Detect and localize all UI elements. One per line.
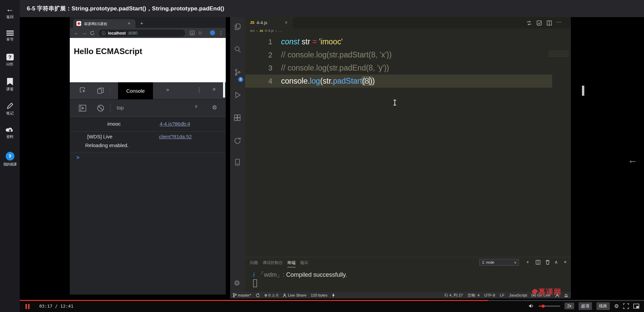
- sidebar-item-qa[interactable]: ? 问答: [0, 54, 20, 67]
- line-button[interactable]: 线路: [596, 302, 610, 310]
- speed-button[interactable]: 2x: [565, 303, 574, 309]
- code-line[interactable]: 1const str = 'imooc': [245, 35, 557, 48]
- notifications-item[interactable]: [564, 293, 568, 298]
- theater-mode-icon[interactable]: [633, 304, 639, 309]
- git-branch-item[interactable]: master*: [233, 293, 251, 298]
- inspect-element-icon[interactable]: [79, 87, 87, 95]
- live-share-icon[interactable]: [233, 137, 242, 145]
- sidebar-item-notes[interactable]: 笔记: [0, 102, 20, 116]
- devtools-close-icon[interactable]: ×: [212, 86, 216, 93]
- tab-close-icon[interactable]: ×: [128, 21, 130, 26]
- browser-forward-icon[interactable]: →: [82, 30, 87, 36]
- pause-button[interactable]: [25, 304, 30, 309]
- sidebar-item-materials[interactable]: 资料: [0, 126, 20, 139]
- console-prompt-row[interactable]: >: [70, 152, 226, 165]
- breadcrumb-root[interactable]: src: [250, 29, 255, 33]
- split-editor-icon[interactable]: [546, 20, 552, 26]
- volume-slider[interactable]: [539, 306, 560, 307]
- player-settings-icon[interactable]: ⚙: [614, 303, 619, 309]
- profile-avatar[interactable]: [210, 30, 215, 35]
- explorer-icon[interactable]: [233, 23, 242, 31]
- bookmark-star-icon[interactable]: ☆: [198, 30, 202, 36]
- browser-menu-icon[interactable]: ⋮: [219, 30, 223, 36]
- editor-tab[interactable]: JS 4-4.js ×: [245, 17, 293, 29]
- terminal-selector[interactable]: 1: node ∨: [479, 259, 519, 266]
- console-sidebar-icon[interactable]: [78, 104, 87, 112]
- translate-icon[interactable]: A: [190, 31, 195, 35]
- editor-scrollbar-thumb[interactable]: [582, 86, 584, 96]
- browser-back-icon[interactable]: ←: [74, 30, 79, 36]
- search-icon[interactable]: [233, 45, 242, 54]
- video-stage[interactable]: 慕课网ES课程 × + ← → ⓘ localhost :8080 A ☆ ⋮: [20, 17, 644, 300]
- back-button[interactable]: ← 返回: [0, 5, 20, 19]
- volume-icon[interactable]: [528, 303, 534, 309]
- sidebar-item-bookmark[interactable]: 课签: [0, 78, 20, 92]
- editor-tab-close-icon[interactable]: ×: [285, 20, 287, 25]
- sync-item[interactable]: [256, 293, 260, 298]
- panel-tab-问题[interactable]: 问题: [250, 260, 258, 267]
- code-line[interactable]: 4console.log(str.padStart(8)): [245, 75, 552, 88]
- code-editor[interactable]: 1const str = 'imooc'2// console.log(str.…: [245, 35, 571, 257]
- divider: [110, 104, 110, 113]
- volume-knob[interactable]: [542, 305, 545, 308]
- remote-explorer-icon[interactable]: [233, 158, 242, 167]
- line-number: 3: [245, 61, 272, 75]
- panel-tab-终端[interactable]: 终端: [287, 260, 296, 267]
- address-bar[interactable]: ⓘ localhost :8080: [99, 30, 185, 37]
- new-terminal-icon[interactable]: +: [526, 259, 529, 265]
- panel-tab-输出[interactable]: 输出: [300, 260, 308, 267]
- quality-button[interactable]: 超清: [579, 302, 592, 310]
- kill-terminal-icon[interactable]: [545, 260, 550, 265]
- reload-icon[interactable]: [90, 31, 95, 36]
- indentation-item[interactable]: 空格: 4: [468, 293, 480, 298]
- new-tab-icon[interactable]: +: [140, 20, 143, 26]
- fullscreen-icon[interactable]: [623, 303, 629, 309]
- extensions-icon[interactable]: [233, 114, 242, 122]
- collapse-panel-arrow-icon[interactable]: ←: [628, 154, 638, 166]
- device-toolbar-icon[interactable]: [97, 87, 105, 95]
- more-tabs-icon[interactable]: »: [166, 86, 169, 93]
- browser-tab[interactable]: 慕课网ES课程 ×: [73, 19, 136, 28]
- sidebar-item-my-imooc[interactable]: ʔ 我的慕课: [0, 152, 20, 167]
- clear-console-icon[interactable]: [97, 104, 105, 112]
- problems-item[interactable]: ⊗ 0 ⚠ 0: [264, 293, 278, 298]
- manage-gear-icon[interactable]: ⚙: [234, 279, 240, 287]
- encoding-item[interactable]: UTF-8: [484, 293, 495, 297]
- log-text: [WDS] Live: [87, 134, 112, 139]
- browser-scrollbar-thumb[interactable]: [223, 81, 225, 98]
- run-debug-icon[interactable]: [233, 91, 242, 99]
- feedback-item[interactable]: [332, 293, 335, 298]
- code-line[interactable]: 2// console.log(str.padStart(8, 'x')): [245, 48, 557, 61]
- source-control-icon[interactable]: [233, 68, 242, 77]
- file-size-item[interactable]: 120 bytes: [311, 293, 327, 297]
- devtools-console-tab[interactable]: Console: [118, 82, 153, 99]
- sidebar-item-chapters[interactable]: 章节: [0, 30, 20, 42]
- cursor-position-item[interactable]: 行 4, 列 27: [444, 293, 463, 298]
- site-info-icon[interactable]: ⓘ: [102, 31, 106, 36]
- split-terminal-icon[interactable]: [536, 260, 541, 265]
- breadcrumb-file[interactable]: 4-4.js: [265, 29, 274, 33]
- context-selector[interactable]: top: [117, 105, 124, 110]
- editor-more-actions-icon[interactable]: ⋯: [556, 19, 561, 25]
- sync-icon: [256, 293, 260, 298]
- eol-item[interactable]: LF: [500, 293, 504, 297]
- close-panel-icon[interactable]: ×: [564, 259, 567, 265]
- panel-tab-调试控制台[interactable]: 调试控制台: [263, 260, 283, 267]
- toggle-changes-icon[interactable]: [526, 20, 532, 26]
- breadcrumb[interactable]: src›JS4-4.js›…: [245, 29, 571, 35]
- devtools-menu-icon[interactable]: ⋮: [196, 86, 202, 93]
- keybindings-icon[interactable]: [536, 20, 542, 26]
- maximize-panel-icon[interactable]: ∧: [554, 259, 558, 265]
- breadcrumb-symbol[interactable]: …: [278, 29, 282, 33]
- language-mode-item[interactable]: JavaScript: [509, 293, 527, 297]
- console-settings-icon[interactable]: ⚙: [212, 104, 217, 111]
- code-line[interactable]: 3// console.log(str.padEnd(8, 'y')): [245, 61, 557, 75]
- branch-icon: [233, 293, 237, 298]
- progress-bar[interactable]: [20, 300, 644, 301]
- live-share-item[interactable]: Live Share: [282, 293, 306, 298]
- levels-caret-icon[interactable]: ∨: [195, 104, 198, 109]
- log-source-link[interactable]: client?81da:52: [159, 134, 192, 139]
- log-text: Reloading enabled.: [85, 142, 128, 148]
- console-log-row: [WDS] Live client?81da:52 Reloading enab…: [70, 132, 226, 152]
- log-source-link[interactable]: 4-4.js?86db:4: [160, 121, 190, 127]
